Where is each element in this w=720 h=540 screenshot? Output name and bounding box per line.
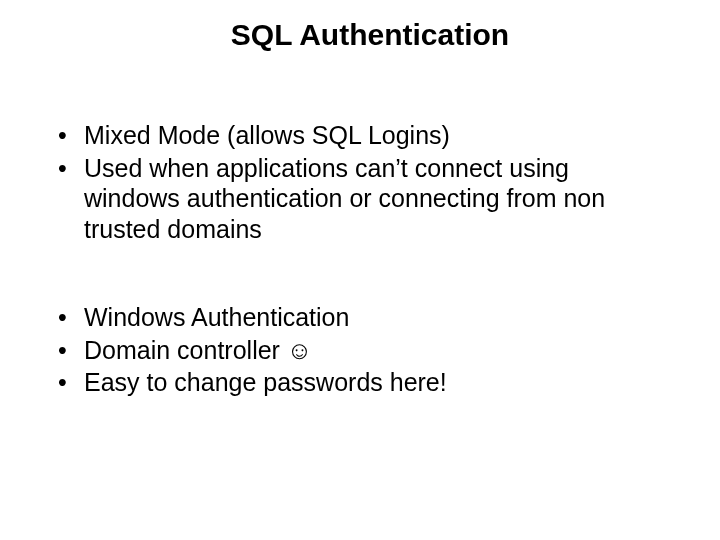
list-item: Used when applications can’t connect usi… [50,153,660,245]
list-item: Mixed Mode (allows SQL Logins) [50,120,660,151]
slide-title: SQL Authentication [50,18,660,52]
list-item: Easy to change passwords here! [50,367,660,398]
list-item: Windows Authentication [50,302,660,333]
bullet-group-1: Mixed Mode (allows SQL Logins) Used when… [50,120,660,244]
bullet-group-2: Windows Authentication Domain controller… [50,302,660,398]
list-item: Domain controller ☺ [50,335,660,366]
